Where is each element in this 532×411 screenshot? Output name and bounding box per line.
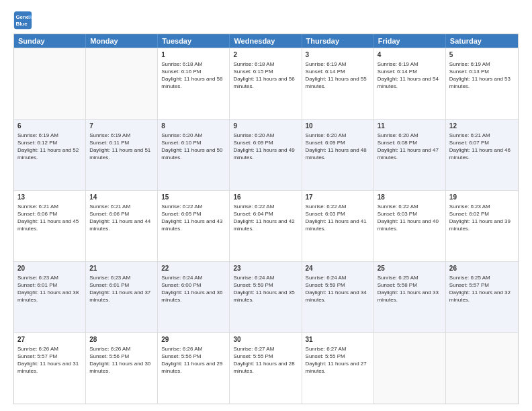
calendar-cell: 29Sunrise: 6:26 AMSunset: 5:56 PMDayligh…: [158, 333, 230, 404]
day-number: 26: [449, 264, 515, 273]
day-number: 6: [17, 122, 82, 131]
logo-icon: General Blue: [13, 11, 32, 30]
calendar-cell: 24Sunrise: 6:24 AMSunset: 5:59 PMDayligh…: [302, 262, 374, 332]
header: General Blue: [13, 11, 519, 30]
day-number: 7: [89, 122, 154, 131]
day-number: 13: [17, 193, 82, 202]
day-number: 31: [306, 335, 370, 345]
calendar-cell: 8Sunrise: 6:20 AMSunset: 6:10 PMDaylight…: [158, 120, 230, 190]
cell-details: Sunrise: 6:22 AMSunset: 6:04 PMDaylight:…: [233, 203, 298, 233]
logo: General Blue: [13, 11, 35, 30]
calendar-cell: [446, 333, 518, 404]
calendar-cell: 1Sunrise: 6:18 AMSunset: 6:16 PMDaylight…: [158, 48, 230, 119]
cell-details: Sunrise: 6:20 AMSunset: 6:09 PMDaylight:…: [233, 132, 298, 162]
calendar-cell: [86, 48, 158, 119]
calendar-cell: 20Sunrise: 6:23 AMSunset: 6:01 PMDayligh…: [14, 262, 86, 332]
calendar-cell: 7Sunrise: 6:19 AMSunset: 6:11 PMDaylight…: [86, 120, 158, 190]
day-number: 8: [161, 122, 226, 131]
cell-details: Sunrise: 6:23 AMSunset: 6:01 PMDaylight:…: [89, 274, 154, 304]
cell-details: Sunrise: 6:23 AMSunset: 6:01 PMDaylight:…: [17, 274, 82, 304]
cell-details: Sunrise: 6:20 AMSunset: 6:10 PMDaylight:…: [161, 132, 226, 162]
day-number: 9: [233, 122, 298, 131]
day-number: 29: [161, 335, 226, 345]
day-number: 17: [306, 193, 370, 202]
cell-details: Sunrise: 6:24 AMSunset: 5:59 PMDaylight:…: [233, 274, 298, 304]
calendar-cell: 16Sunrise: 6:22 AMSunset: 6:04 PMDayligh…: [230, 191, 302, 261]
calendar-cell: 12Sunrise: 6:21 AMSunset: 6:07 PMDayligh…: [446, 120, 518, 190]
cell-details: Sunrise: 6:19 AMSunset: 6:14 PMDaylight:…: [306, 60, 370, 91]
calendar-week: 6Sunrise: 6:19 AMSunset: 6:12 PMDaylight…: [14, 119, 518, 190]
cell-details: Sunrise: 6:18 AMSunset: 6:16 PMDaylight:…: [161, 60, 226, 91]
cell-details: Sunrise: 6:22 AMSunset: 6:03 PMDaylight:…: [378, 203, 442, 233]
cell-details: Sunrise: 6:22 AMSunset: 6:05 PMDaylight:…: [161, 203, 226, 233]
calendar-cell: 23Sunrise: 6:24 AMSunset: 5:59 PMDayligh…: [230, 262, 302, 332]
calendar-cell: 27Sunrise: 6:26 AMSunset: 5:57 PMDayligh…: [14, 333, 86, 404]
day-number: 14: [89, 193, 154, 202]
page: General Blue SundayMondayTuesdayWednesda…: [0, 0, 532, 411]
day-number: 21: [89, 264, 154, 273]
calendar-cell: [14, 48, 86, 119]
day-number: 12: [449, 122, 515, 131]
cell-details: Sunrise: 6:27 AMSunset: 5:55 PMDaylight:…: [233, 345, 298, 375]
day-number: 1: [161, 50, 226, 60]
day-number: 20: [17, 264, 82, 273]
calendar-header-cell: Friday: [374, 34, 446, 48]
cell-details: Sunrise: 6:20 AMSunset: 6:09 PMDaylight:…: [306, 132, 370, 162]
cell-details: Sunrise: 6:24 AMSunset: 6:00 PMDaylight:…: [161, 274, 226, 304]
calendar-cell: 9Sunrise: 6:20 AMSunset: 6:09 PMDaylight…: [230, 120, 302, 190]
cell-details: Sunrise: 6:23 AMSunset: 6:02 PMDaylight:…: [449, 203, 515, 233]
day-number: 28: [89, 335, 154, 345]
calendar-body: 1Sunrise: 6:18 AMSunset: 6:16 PMDaylight…: [14, 48, 518, 404]
cell-details: Sunrise: 6:26 AMSunset: 5:56 PMDaylight:…: [89, 345, 154, 375]
calendar-cell: 10Sunrise: 6:20 AMSunset: 6:09 PMDayligh…: [302, 120, 374, 190]
calendar-cell: 15Sunrise: 6:22 AMSunset: 6:05 PMDayligh…: [158, 191, 230, 261]
cell-details: Sunrise: 6:18 AMSunset: 6:15 PMDaylight:…: [233, 60, 298, 91]
calendar-header-cell: Monday: [86, 34, 158, 48]
calendar-cell: 18Sunrise: 6:22 AMSunset: 6:03 PMDayligh…: [374, 191, 446, 261]
cell-details: Sunrise: 6:21 AMSunset: 6:07 PMDaylight:…: [449, 132, 515, 162]
cell-details: Sunrise: 6:20 AMSunset: 6:08 PMDaylight:…: [378, 132, 442, 162]
calendar-cell: 28Sunrise: 6:26 AMSunset: 5:56 PMDayligh…: [86, 333, 158, 404]
day-number: 23: [233, 264, 298, 273]
cell-details: Sunrise: 6:19 AMSunset: 6:13 PMDaylight:…: [449, 60, 515, 91]
calendar-cell: 22Sunrise: 6:24 AMSunset: 6:00 PMDayligh…: [158, 262, 230, 332]
calendar-cell: 13Sunrise: 6:21 AMSunset: 6:06 PMDayligh…: [14, 191, 86, 261]
cell-details: Sunrise: 6:19 AMSunset: 6:12 PMDaylight:…: [17, 132, 82, 162]
calendar-cell: 25Sunrise: 6:25 AMSunset: 5:58 PMDayligh…: [374, 262, 446, 332]
calendar-header-cell: Wednesday: [230, 34, 302, 48]
calendar-cell: 2Sunrise: 6:18 AMSunset: 6:15 PMDaylight…: [230, 48, 302, 119]
day-number: 30: [233, 335, 298, 345]
day-number: 19: [449, 193, 515, 202]
day-number: 4: [378, 50, 442, 60]
day-number: 5: [449, 50, 515, 60]
cell-details: Sunrise: 6:25 AMSunset: 5:57 PMDaylight:…: [449, 274, 515, 304]
calendar: SundayMondayTuesdayWednesdayThursdayFrid…: [13, 34, 519, 404]
day-number: 18: [378, 193, 442, 202]
day-number: 3: [306, 50, 370, 60]
calendar-cell: 5Sunrise: 6:19 AMSunset: 6:13 PMDaylight…: [446, 48, 518, 119]
calendar-cell: 26Sunrise: 6:25 AMSunset: 5:57 PMDayligh…: [446, 262, 518, 332]
calendar-week: 27Sunrise: 6:26 AMSunset: 5:57 PMDayligh…: [14, 332, 518, 404]
calendar-cell: 30Sunrise: 6:27 AMSunset: 5:55 PMDayligh…: [230, 333, 302, 404]
cell-details: Sunrise: 6:26 AMSunset: 5:56 PMDaylight:…: [161, 345, 226, 375]
day-number: 11: [378, 122, 442, 131]
calendar-cell: 3Sunrise: 6:19 AMSunset: 6:14 PMDaylight…: [302, 48, 374, 119]
day-number: 16: [233, 193, 298, 202]
cell-details: Sunrise: 6:22 AMSunset: 6:03 PMDaylight:…: [306, 203, 370, 233]
day-number: 22: [161, 264, 226, 273]
day-number: 10: [306, 122, 370, 131]
cell-details: Sunrise: 6:25 AMSunset: 5:58 PMDaylight:…: [378, 274, 442, 304]
svg-text:Blue: Blue: [16, 21, 28, 27]
calendar-week: 13Sunrise: 6:21 AMSunset: 6:06 PMDayligh…: [14, 190, 518, 261]
calendar-cell: 11Sunrise: 6:20 AMSunset: 6:08 PMDayligh…: [374, 120, 446, 190]
calendar-cell: 19Sunrise: 6:23 AMSunset: 6:02 PMDayligh…: [446, 191, 518, 261]
cell-details: Sunrise: 6:19 AMSunset: 6:14 PMDaylight:…: [378, 60, 442, 91]
calendar-cell: 31Sunrise: 6:27 AMSunset: 5:55 PMDayligh…: [302, 333, 374, 404]
cell-details: Sunrise: 6:21 AMSunset: 6:06 PMDaylight:…: [89, 203, 154, 233]
calendar-cell: 4Sunrise: 6:19 AMSunset: 6:14 PMDaylight…: [374, 48, 446, 119]
cell-details: Sunrise: 6:27 AMSunset: 5:55 PMDaylight:…: [306, 345, 370, 375]
day-number: 24: [306, 264, 370, 273]
calendar-week: 20Sunrise: 6:23 AMSunset: 6:01 PMDayligh…: [14, 261, 518, 332]
calendar-header-cell: Thursday: [302, 34, 374, 48]
calendar-header-cell: Sunday: [14, 34, 86, 48]
